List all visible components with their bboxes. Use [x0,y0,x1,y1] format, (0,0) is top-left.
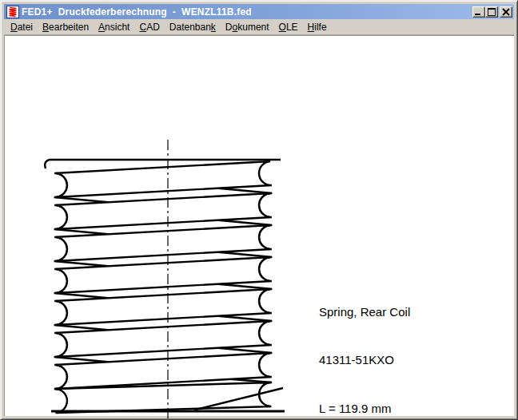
menu-item-dokument[interactable]: Dokument [221,20,274,34]
spring-drawing [5,36,518,420]
menu-item-hilfe[interactable]: Hilfe [303,20,332,34]
spring-app-icon[interactable] [6,6,19,18]
menu-item-cad[interactable]: CAD [134,20,164,34]
window-controls [472,6,512,18]
maximize-icon [487,8,496,16]
annotation-line: 41311-51KXO [319,352,410,368]
menu-item-ole[interactable]: OLE [274,20,303,34]
title-bar[interactable]: FED1+ Druckfederberechnung - WENZL11B.fe… [4,4,514,19]
menu-item-ansicht[interactable]: Ansicht [94,20,134,34]
menu-bar: Datei Bearbeiten Ansicht CAD Datenbank D… [4,19,514,35]
menu-item-datei[interactable]: Datei [6,20,38,34]
window-title: FED1+ Druckfederberechnung - WENZL11B.fe… [22,6,472,18]
spring-annotation: Spring, Rear Coil 41311-51KXO L = 119.9 … [319,271,410,420]
close-icon [501,8,511,16]
close-button[interactable] [500,6,512,18]
menu-item-datenbank[interactable]: Datenbank [165,20,221,34]
drawing-canvas: Spring, Rear Coil 41311-51KXO L = 119.9 … [4,35,514,416]
annotation-line: Spring, Rear Coil [319,304,410,320]
menu-item-bearbeiten[interactable]: Bearbeiten [38,20,94,34]
minimize-button[interactable] [472,6,485,18]
app-window: FED1+ Druckfederberechnung - WENZL11B.fe… [0,0,518,420]
minimize-icon [474,8,484,16]
maximize-button[interactable] [485,6,498,18]
annotation-line: L = 119.9 mm [319,401,410,417]
